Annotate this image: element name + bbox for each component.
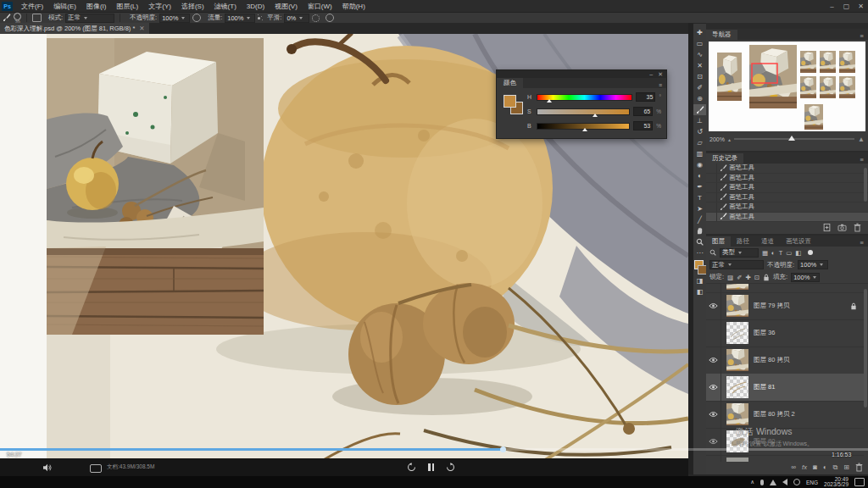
menu-type[interactable]: 文字(Y): [143, 2, 176, 11]
type-tool[interactable]: T: [693, 192, 706, 203]
tab-paths[interactable]: 路径: [731, 236, 755, 247]
brightness-value[interactable]: 53: [633, 121, 653, 130]
blend-mode-select[interactable]: 正常: [65, 14, 114, 23]
menu-3d[interactable]: 3D(D): [242, 3, 270, 10]
navigator-preview[interactable]: [709, 42, 865, 131]
subtitle-toggle-icon[interactable]: [90, 464, 102, 473]
gradient-tool[interactable]: ▥: [693, 148, 706, 159]
delete-layer-icon[interactable]: [855, 463, 863, 472]
layers-menu-icon[interactable]: ≡: [856, 239, 868, 247]
move-tool[interactable]: ✚: [693, 27, 706, 38]
brush-tool-icon[interactable]: [3, 14, 11, 22]
pause-icon[interactable]: [428, 463, 434, 471]
microphone-tray-icon[interactable]: [760, 480, 764, 485]
history-scrollbar[interactable]: [864, 168, 867, 202]
zoom-in-icon[interactable]: ▲: [858, 136, 865, 143]
layer-thumbnail[interactable]: [726, 349, 748, 371]
history-state[interactable]: 画笔工具: [706, 193, 868, 203]
quick-mask-button[interactable]: ◨: [693, 275, 706, 286]
dodge-tool[interactable]: ◐: [693, 170, 706, 181]
saturation-slider[interactable]: [537, 108, 630, 115]
tab-brush-settings[interactable]: 画笔设置: [780, 236, 817, 247]
lock-all-icon[interactable]: [763, 274, 770, 281]
speaker-tray-icon[interactable]: [782, 479, 787, 485]
layer-name[interactable]: 图层 81: [754, 383, 775, 391]
layer-fill-select[interactable]: 100%: [791, 273, 820, 282]
layer-name[interactable]: 图层 79 拷贝: [754, 302, 790, 310]
smoothing-select[interactable]: 0%: [284, 14, 309, 23]
history-source-checkbox[interactable]: [706, 202, 717, 212]
history-source-checkbox[interactable]: [706, 164, 717, 173]
visibility-toggle[interactable]: [706, 374, 721, 401]
minimize-button[interactable]: –: [825, 3, 839, 10]
layer-filter-select[interactable]: 类型: [720, 248, 759, 258]
layer-name[interactable]: 图层 36: [754, 329, 775, 337]
saturation-value[interactable]: 65: [633, 107, 653, 116]
navigator-menu-icon[interactable]: ≡: [856, 32, 868, 40]
tab-layers[interactable]: 图层: [706, 236, 731, 247]
crop-tool[interactable]: ⊡: [693, 71, 706, 82]
healing-brush-tool[interactable]: ⊕: [693, 93, 706, 104]
skip-back-icon[interactable]: [407, 463, 416, 472]
layer-opacity-select[interactable]: 100%: [798, 260, 828, 269]
color-panel-menu-icon[interactable]: ≡: [659, 82, 666, 88]
filter-adjustment-layers-icon[interactable]: ◐: [771, 249, 776, 257]
menu-edit[interactable]: 编辑(E): [48, 2, 81, 11]
close-button[interactable]: ✕: [854, 3, 868, 10]
menu-image[interactable]: 图像(I): [81, 2, 112, 11]
menu-view[interactable]: 视图(V): [270, 2, 303, 11]
layer-name[interactable]: 图层 80 拷贝 2: [754, 410, 795, 419]
zoom-tool[interactable]: [693, 236, 706, 247]
edit-toolbar-button[interactable]: ⋯: [693, 247, 706, 258]
tab-navigator[interactable]: 导航器: [706, 30, 737, 40]
skip-forward-icon[interactable]: [446, 463, 455, 472]
clone-stamp-tool[interactable]: ⊥: [693, 115, 706, 126]
language-indicator[interactable]: ENG: [806, 480, 818, 485]
history-state-selected[interactable]: 画笔工具: [706, 213, 868, 223]
history-state[interactable]: 画笔工具: [706, 164, 868, 174]
marquee-tool[interactable]: ▭: [693, 38, 706, 49]
menu-layer[interactable]: 图层(L): [111, 2, 143, 11]
layer-row[interactable]: 图层 79 拷贝: [706, 292, 864, 320]
zoom-out-icon[interactable]: ▴: [728, 136, 731, 142]
menu-select[interactable]: 选择(S): [176, 2, 209, 11]
video-progress-bar[interactable]: [0, 448, 868, 451]
layer-thumbnail[interactable]: [726, 295, 748, 317]
layer-thumbnail[interactable]: [726, 322, 748, 344]
lasso-tool[interactable]: ∿: [693, 49, 706, 60]
brush-tool[interactable]: [693, 104, 706, 115]
opacity-select[interactable]: 100%: [159, 14, 190, 23]
hue-value[interactable]: 35: [636, 92, 656, 102]
visibility-toggle[interactable]: [706, 292, 721, 319]
tab-color[interactable]: 颜色: [497, 78, 523, 88]
new-document-from-state-icon[interactable]: [823, 223, 831, 232]
maximize-button[interactable]: ▢: [839, 3, 854, 10]
hand-tool[interactable]: [693, 225, 706, 236]
adjustment-layer-icon[interactable]: ◐: [823, 463, 827, 471]
color-swatches[interactable]: [693, 260, 706, 275]
screen-mode-button[interactable]: ◧: [693, 286, 706, 297]
history-menu-icon[interactable]: ≡: [856, 156, 868, 164]
filter-pixel-layers-icon[interactable]: ▦: [762, 249, 768, 257]
history-state[interactable]: 画笔工具: [706, 183, 868, 193]
filter-type-layers-icon[interactable]: T: [779, 249, 783, 257]
visibility-toggle[interactable]: [706, 428, 721, 455]
lock-pixels-icon[interactable]: ✐: [737, 274, 742, 281]
layer-blend-mode-select[interactable]: 正常: [709, 260, 764, 269]
visibility-toggle[interactable]: [706, 319, 721, 347]
pen-tool[interactable]: ✒: [693, 181, 706, 192]
tab-channels[interactable]: 通道: [755, 236, 780, 247]
brush-settings-panel-toggle-icon[interactable]: [32, 14, 42, 22]
layer-thumbnail[interactable]: [726, 376, 748, 398]
bluetooth-tray-icon[interactable]: [793, 479, 800, 485]
link-layers-icon[interactable]: ∞: [791, 463, 796, 471]
flow-select[interactable]: 100%: [225, 14, 255, 23]
color-panel-collapse-icon[interactable]: –: [649, 71, 653, 77]
notification-center-icon[interactable]: [854, 478, 865, 486]
menu-file[interactable]: 文件(F): [16, 2, 48, 11]
document-close-icon[interactable]: ✕: [139, 25, 144, 32]
history-state[interactable]: 画笔工具: [706, 202, 868, 213]
foreground-color-swatch[interactable]: [504, 95, 516, 108]
pressure-opacity-icon[interactable]: [192, 14, 201, 22]
eraser-tool[interactable]: ▱: [693, 137, 706, 148]
